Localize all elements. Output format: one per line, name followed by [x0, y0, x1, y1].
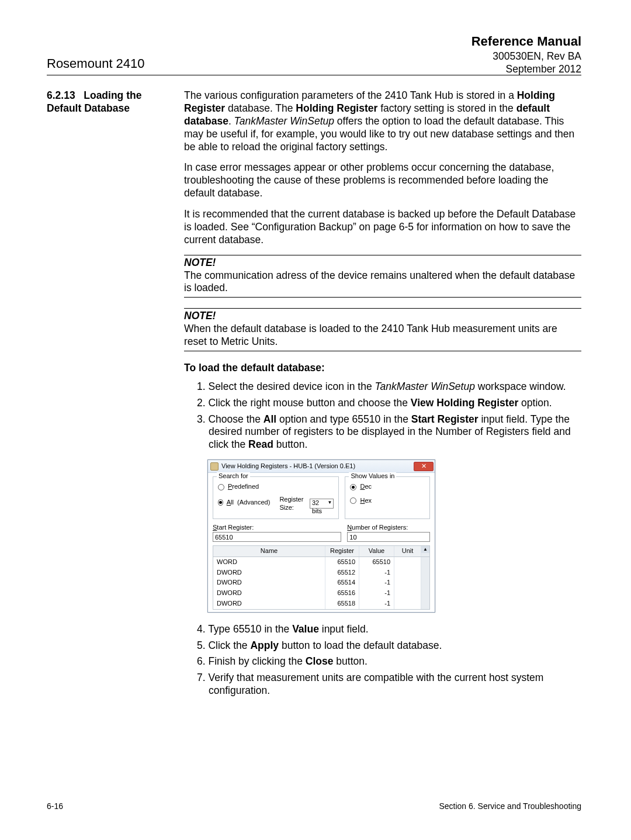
- paragraph-2: In case error messages appear or other p…: [184, 161, 581, 200]
- body-column: The various configuration parameters of …: [184, 89, 581, 701]
- start-register-input[interactable]: [213, 532, 341, 542]
- note-rule-bottom-2: [184, 351, 581, 351]
- radio-predefined[interactable]: [218, 484, 224, 490]
- num-registers-label: Number of Registers:: [347, 524, 430, 532]
- table-row: DWORD 65512 -1: [213, 568, 429, 578]
- start-register-label: Start Register:: [213, 524, 341, 532]
- dialog-title-text: View Holding Registers - HUB-1 (Version …: [221, 462, 355, 471]
- section-heading-column: 6.2.13 Loading the Default Database: [47, 89, 184, 701]
- radio-dec[interactable]: [350, 484, 356, 490]
- paragraph-1: The various configuration parameters of …: [184, 89, 581, 153]
- col-name: Name: [213, 546, 325, 556]
- step-7: 7. Verify that measurement units are com…: [197, 672, 581, 697]
- note-block-1: NOTE! The communication adress of the de…: [184, 255, 581, 298]
- product-name: Rosemount 2410: [47, 56, 145, 71]
- table-row: DWORD 65518 -1: [213, 599, 429, 609]
- note-text-1: The communication adress of the device r…: [184, 269, 581, 295]
- section-title-line1: Loading the: [84, 89, 141, 101]
- ref-manual-title: Reference Manual: [471, 34, 581, 49]
- col-value: Value: [359, 546, 394, 556]
- scroll-up-icon[interactable]: ▲: [421, 546, 429, 553]
- note-rule-bottom: [184, 297, 581, 298]
- radio-all-label: All (Advanced): [227, 499, 271, 507]
- subhead-load-default: To load the default database:: [184, 362, 581, 375]
- page-footer: 6-16 Section 6. Service and Troubleshoot…: [47, 801, 581, 811]
- section-number: 6.2.13: [47, 89, 75, 101]
- note-rule-top: [184, 255, 581, 255]
- registers-table: Name Register Value Unit ▲ WORD 65510 65…: [213, 545, 430, 610]
- note-block-2: NOTE! When the default database is loade…: [184, 308, 581, 351]
- close-icon[interactable]: ✕: [414, 462, 434, 471]
- page-number: 6-16: [47, 801, 63, 811]
- num-registers-input[interactable]: [347, 532, 430, 542]
- window-icon: [210, 462, 219, 471]
- table-row: DWORD 65514 -1: [213, 578, 429, 588]
- step-2: 2. Click the right mouse button and choo…: [197, 397, 581, 410]
- note-label: NOTE!: [184, 257, 581, 269]
- radio-hex-label: Hex: [360, 497, 372, 505]
- group-show-values: Show Values in Dec Hex: [345, 476, 430, 519]
- step-4: 4. Type 65510 in the Value input field.: [197, 623, 581, 636]
- steps-list-top: 1. Select the desired device icon in the…: [184, 381, 581, 451]
- doc-info: Reference Manual 300530EN, Rev BA Septem…: [471, 34, 581, 75]
- table-row: DWORD 65516 -1: [213, 588, 429, 599]
- step-5: 5. Click the Apply button to load the de…: [197, 639, 581, 652]
- steps-list-bottom: 4. Type 65510 in the Value input field. …: [184, 623, 581, 697]
- doc-date: September 2012: [471, 63, 581, 75]
- note-text-2: When the default database is loaded to t…: [184, 323, 581, 348]
- doc-rev: 300530EN, Rev BA: [471, 50, 581, 63]
- col-register: Register: [325, 546, 359, 556]
- paragraph-3: It is recommended that the current datab…: [184, 208, 581, 247]
- dialog-screenshot: View Holding Registers - HUB-1 (Version …: [207, 459, 581, 613]
- reg-size-label: Register Size:: [279, 496, 307, 512]
- section-title-line2: Default Database: [47, 102, 130, 114]
- col-unit: Unit: [394, 546, 421, 556]
- step-1: 1. Select the desired device icon in the…: [197, 381, 581, 393]
- radio-all-advanced[interactable]: [218, 499, 223, 506]
- radio-hex[interactable]: [350, 497, 356, 504]
- radio-dec-label: Dec: [360, 483, 372, 491]
- note-rule-top-2: [184, 308, 581, 309]
- step-3: 3. Choose the All option and type 65510 …: [197, 413, 581, 452]
- group-title-show-values: Show Values in: [349, 472, 396, 481]
- footer-section: Section 6. Service and Troubleshooting: [439, 801, 581, 811]
- reg-size-select[interactable]: 32 bits: [310, 499, 334, 509]
- group-search-for: Search for Predefined All (Advanced) Reg…: [213, 476, 339, 519]
- group-title-search: Search for: [217, 472, 250, 481]
- radio-predefined-label: Predefined: [228, 483, 259, 491]
- dialog-titlebar: View Holding Registers - HUB-1 (Version …: [208, 460, 435, 473]
- table-row: WORD 65510 65510: [213, 557, 429, 568]
- page-header: Rosemount 2410 Reference Manual 300530EN…: [47, 34, 581, 74]
- step-6: 6. Finish by clicking the Close button.: [197, 655, 581, 668]
- note-label-2: NOTE!: [184, 310, 581, 323]
